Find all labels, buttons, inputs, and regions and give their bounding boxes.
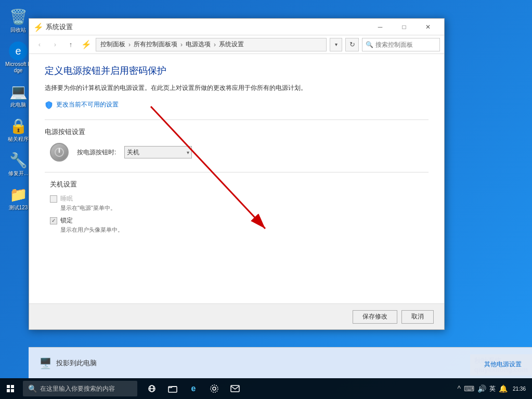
lock-checkbox[interactable]: ✓ [50,217,57,224]
project-to-pc-label: 投影到此电脑 [56,358,97,368]
recycle-bin-icon: 🗑️ [9,7,28,26]
start-button[interactable] [0,378,21,399]
page-title: 定义电源按钮并启用密码保护 [45,64,429,77]
recycle-bin-label: 回收站 [10,27,26,33]
power-button-label: 按电源按钮时: [77,148,116,157]
test-folder-icon: 📁 [9,185,28,204]
svg-rect-7 [11,389,14,392]
file-explorer-button[interactable] [163,379,182,398]
window-titlebar: ⚡ 系统设置 ─ □ ✕ [29,19,444,35]
path-system: 系统设置 [219,40,244,49]
lock-sublabel: 显示在用户头像菜单中。 [50,226,123,234]
back-button[interactable]: ‹ [33,38,46,51]
other-links[interactable]: 其他电源设置 [484,359,522,369]
path-controlpanel: 控制面板 [100,40,125,49]
sleep-checkbox[interactable] [50,195,57,203]
svg-rect-5 [11,385,14,388]
svg-rect-14 [231,385,239,392]
system-settings-window: ⚡ 系统设置 ─ □ ✕ ‹ › ↑ ⚡ 控制面板 › 所有控制面板项 › 电源… [29,18,445,330]
test-label: 测试123 [9,205,28,211]
svg-point-12 [213,387,216,390]
taskbar-middle: e [142,379,244,398]
notification-icon[interactable]: 🔔 [499,384,508,393]
lock-option: ✓ 锁定 显示在用户头像菜单中。 [50,216,123,234]
sleep-label: 睡眠 [60,194,73,203]
sleep-option: 睡眠 显示在"电源"菜单中。 [50,194,116,212]
power-button-icon [50,143,69,162]
page-description: 选择要为你的计算机设置的电源设置。在此页上对设置所做的更改将应用于你所有的电源计… [45,83,429,93]
section-divider-2 [45,172,429,172]
path-sep-2: › [180,41,183,48]
change-settings-link[interactable]: 更改当前不可用的设置 [45,100,429,109]
bottom-panel: 🖥️ 投影到此电脑 其他电源设置 [29,347,532,378]
close-button[interactable]: ✕ [416,19,440,35]
this-pc-label: 此电脑 [10,102,26,108]
location-icon: ⚡ [80,38,93,51]
svg-rect-6 [7,389,10,392]
sleep-option-row: 睡眠 显示在"电源"菜单中。 [50,194,429,212]
change-settings-text: 更改当前不可用的设置 [56,100,119,109]
search-box[interactable]: 🔍 [362,38,440,51]
clock-time: 21:36 [513,385,526,392]
volume-icon[interactable]: 🔊 [477,384,486,393]
keyboard-icon[interactable]: ⌨ [464,384,474,393]
power-button-section-title: 电源按钮设置 [45,127,429,137]
dropdown-chevron-icon: ▾ [187,150,189,155]
taskbar-search-placeholder: 在这里输入你要搜索的内容 [40,384,115,393]
repair-icon: 🔧 [9,151,28,169]
cancel-button[interactable]: 取消 [401,310,434,324]
settings-button[interactable] [205,379,224,398]
path-sep-1: › [128,41,131,48]
svg-point-13 [211,385,218,392]
edge-taskbar-button[interactable]: e [184,379,203,398]
taskbar-tray: ^ ⌨ 🔊 英 🔔 21:36 [457,378,532,399]
secret-icon: 🔒 [9,116,28,135]
taskbar-search[interactable]: 🔍 在这里输入你要搜索的内容 [23,381,137,396]
taskbar-search-icon: 🔍 [28,384,37,393]
mail-button[interactable] [226,379,244,398]
lock-option-row: ✓ 锁定 显示在用户头像菜单中。 [50,216,429,234]
forward-button[interactable]: › [49,38,61,51]
shutdown-section: 关机设置 睡眠 显示在"电源"菜单中。 ✓ 锁定 [45,180,429,234]
power-action-value: 关机 [127,148,139,157]
address-path[interactable]: 控制面板 › 所有控制面板项 › 电源选项 › 系统设置 [96,38,327,51]
section-divider-1 [45,119,429,120]
window-controls: ─ □ ✕ [368,19,440,35]
address-bar: ‹ › ↑ ⚡ 控制面板 › 所有控制面板项 › 电源选项 › 系统设置 ▾ ↻… [29,35,444,54]
this-pc-icon: 💻 [9,82,28,101]
lock-checkbox-row: ✓ 锁定 [50,216,123,225]
edge-taskbar-icon: e [191,384,196,393]
sleep-checkbox-row: 睡眠 [50,194,116,203]
shutdown-section-title: 关机设置 [50,180,429,189]
search-input[interactable] [375,41,436,48]
sleep-sublabel: 显示在"电源"菜单中。 [50,204,116,212]
save-button[interactable]: 保存修改 [353,310,397,324]
svg-rect-4 [7,385,10,388]
minimize-button[interactable]: ─ [368,19,392,35]
window-title-text: 系统设置 [46,22,368,32]
secret-label: 秘关程序 [8,136,29,142]
refresh-button[interactable]: ↻ [345,38,359,51]
language-indicator[interactable]: 英 [489,384,496,393]
project-to-pc-item[interactable]: 🖥️ 投影到此电脑 [29,357,107,369]
address-dropdown[interactable]: ▾ [330,38,342,51]
lock-label: 锁定 [60,216,73,225]
system-clock[interactable]: 21:36 [511,385,528,392]
path-power: 电源选项 [186,40,211,49]
power-action-dropdown[interactable]: 关机 ▾ [124,146,192,158]
window-title-icon: ⚡ [33,22,43,32]
desktop: 🗑️ 回收站 e Microsoft Edge 💻 此电脑 🔒 秘关程序 🔧 修… [0,0,532,399]
chevron-up-icon[interactable]: ^ [457,384,461,393]
up-button[interactable]: ↑ [64,38,77,51]
taskbar: 🔍 在这里输入你要搜索的内容 e [0,378,532,399]
window-content: 定义电源按钮并启用密码保护 选择要为你的计算机设置的电源设置。在此页上对设置所做… [29,54,444,303]
power-button-row: 按电源按钮时: 关机 ▾ [45,143,429,162]
path-sep-3: › [214,41,216,48]
project-to-pc-icon: 🖥️ [39,357,52,369]
window-footer: 保存修改 取消 [29,303,444,329]
maximize-button[interactable]: □ [392,19,416,35]
edge-label: Microsoft Edge [5,61,32,74]
edge-icon: e [9,42,28,60]
task-view-button[interactable] [142,379,161,398]
search-icon: 🔍 [366,41,373,48]
